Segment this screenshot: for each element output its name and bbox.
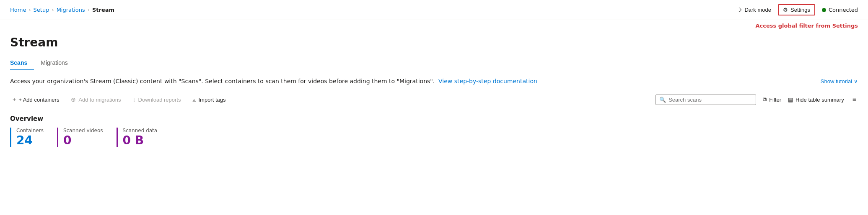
metric-scanned-videos-value: 0 (63, 134, 103, 147)
breadcrumb-setup[interactable]: Setup (34, 7, 49, 13)
page-title: Stream (10, 36, 858, 49)
hide-table-summary-button[interactable]: ▤ Hide table summary (788, 97, 844, 103)
gear-icon: ⚙ (783, 7, 788, 13)
download-icon: ↓ (133, 96, 136, 103)
top-actions: ☽ Dark mode ⚙ Settings Connected (737, 4, 858, 15)
metric-scanned-data-label: Scanned data (123, 128, 158, 133)
breadcrumb-current: Stream (92, 7, 114, 13)
moon-icon: ☽ (737, 7, 742, 13)
breadcrumb-sep-2: › (52, 7, 54, 13)
toolbar-left: + + Add containers ⊕ Add to migrations ↓… (10, 95, 228, 105)
toolbar: + + Add containers ⊕ Add to migrations ↓… (0, 91, 868, 108)
page-header: Stream (0, 29, 868, 49)
dark-mode-label: Dark mode (744, 7, 771, 13)
settings-label: Settings (790, 7, 810, 13)
download-reports-label: Download reports (138, 97, 181, 103)
plus-icon: + (13, 96, 16, 103)
breadcrumb-sep-1: › (29, 7, 31, 13)
metric-scanned-data: Scanned data 0 B (117, 128, 168, 147)
overview-section: Overview Containers 24 Scanned videos 0 … (0, 108, 868, 154)
filter-icon: ⧉ (763, 96, 767, 103)
description-text: Access your organization's Stream (Class… (10, 77, 811, 86)
dark-mode-button[interactable]: ☽ Dark mode (737, 7, 771, 13)
metric-scanned-videos-label: Scanned videos (63, 128, 103, 133)
top-bar: Home › Setup › Migrations › Stream ☽ Dar… (0, 0, 868, 20)
overview-title: Overview (10, 115, 858, 123)
connected-label: Connected (829, 7, 858, 13)
metric-containers: Containers 24 (10, 128, 54, 147)
add-containers-label: + Add containers (18, 97, 59, 103)
metric-scanned-data-value: 0 B (123, 134, 158, 147)
metric-containers-value: 24 (16, 134, 44, 147)
global-filter-message: Access global filter from Settings (0, 20, 868, 29)
add-to-migrations-label: Add to migrations (78, 97, 121, 103)
metric-containers-label: Containers (16, 128, 44, 133)
chevron-down-icon: ∨ (854, 78, 858, 84)
search-icon: 🔍 (659, 97, 666, 103)
connected-dot-icon (822, 8, 826, 12)
view-docs-link[interactable]: View step-by-step documentation (438, 78, 537, 84)
columns-icon: ≡ (852, 96, 856, 103)
metric-scanned-videos: Scanned videos 0 (57, 128, 113, 147)
tag-icon: ⟁ (192, 96, 196, 103)
breadcrumb-sep-3: › (88, 7, 90, 13)
tabs-container: Scans Migrations (0, 56, 868, 70)
add-containers-button[interactable]: + + Add containers (10, 95, 62, 105)
bar-chart-icon: ▤ (788, 97, 793, 103)
hide-table-label: Hide table summary (795, 97, 844, 103)
filter-button[interactable]: ⧉ Filter (763, 96, 781, 103)
breadcrumb: Home › Setup › Migrations › Stream (10, 7, 114, 13)
show-tutorial-button[interactable]: Show tutorial ∨ (821, 78, 858, 84)
breadcrumb-home[interactable]: Home (10, 7, 26, 13)
search-input[interactable] (668, 97, 752, 103)
tab-scans[interactable]: Scans (10, 56, 34, 70)
filter-label: Filter (769, 97, 781, 103)
settings-button[interactable]: ⚙ Settings (778, 4, 815, 15)
connected-badge: Connected (822, 7, 858, 13)
import-tags-label: Import tags (198, 97, 225, 103)
tab-migrations[interactable]: Migrations (34, 56, 75, 70)
search-box[interactable]: 🔍 (656, 95, 756, 105)
breadcrumb-migrations[interactable]: Migrations (57, 7, 85, 13)
download-reports-button[interactable]: ↓ Download reports (130, 95, 184, 105)
add-to-migrations-button[interactable]: ⊕ Add to migrations (68, 95, 123, 105)
description-bar: Access your organization's Stream (Class… (0, 70, 868, 91)
circle-plus-icon: ⊕ (71, 96, 76, 103)
overview-metrics: Containers 24 Scanned videos 0 Scanned d… (10, 128, 858, 147)
columns-button[interactable]: ≡ (851, 94, 858, 105)
toolbar-right: 🔍 ⧉ Filter ▤ Hide table summary ≡ (656, 94, 858, 105)
import-tags-button[interactable]: ⟁ Import tags (190, 95, 228, 105)
show-tutorial-label: Show tutorial (821, 78, 852, 84)
